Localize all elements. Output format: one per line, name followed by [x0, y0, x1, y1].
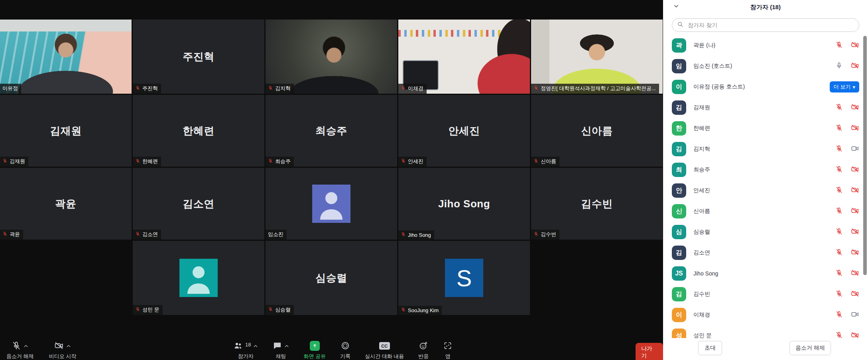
participant-search-box — [672, 18, 859, 32]
cc-icon: CC — [379, 341, 390, 350]
camera-off-icon — [851, 207, 859, 216]
chevron-up-icon[interactable] — [284, 342, 289, 350]
tile-display-name: 안세진 — [398, 95, 530, 167]
video-tile[interactable]: 이유정 — [0, 20, 132, 94]
participant-row[interactable]: 이이유정 (공동 호스트)더 보기▾ — [663, 77, 868, 97]
mic-muted-icon — [835, 165, 843, 175]
more-options-button[interactable]: 더 보기▾ — [830, 81, 859, 92]
mic-muted-icon — [835, 228, 843, 237]
camera-off-icon — [851, 124, 859, 134]
participants-button[interactable]: 18참가자 — [233, 341, 258, 360]
mic-muted-icon — [835, 103, 843, 112]
tile-label-text: 곽윤 — [10, 231, 20, 238]
chat-icon — [272, 341, 282, 352]
video-tile[interactable]: 안세진 안세진 — [398, 95, 530, 167]
video-tile[interactable]: 한혜련 한혜련 — [133, 95, 264, 167]
share-button[interactable]: 화면 공유 — [303, 341, 326, 360]
video-tile[interactable]: 신아름 신아름 — [531, 95, 663, 167]
participant-status — [835, 310, 859, 320]
unmute-button[interactable]: 음소거 해제 — [6, 341, 34, 360]
participant-row[interactable]: 심심승렬 — [663, 222, 868, 242]
chat-button[interactable]: 채팅 — [272, 341, 289, 360]
mic-muted-icon — [835, 269, 843, 278]
video-tile[interactable]: 주진혁 주진혁 — [133, 20, 264, 94]
tile-name-label: 최승주 — [266, 157, 294, 167]
more-options-label: 더 보기 — [834, 83, 851, 90]
search-input[interactable] — [687, 22, 854, 29]
apps-button[interactable]: 앱 — [443, 341, 453, 360]
tile-name-label: 김재원 — [0, 157, 28, 167]
record-button[interactable]: 기록 — [340, 341, 350, 360]
participant-row[interactable]: 안안세진 — [663, 180, 868, 201]
mic-muted-icon — [835, 331, 843, 338]
video-tile[interactable]: 심승렬 심승렬 — [266, 241, 397, 315]
chat-icon-row — [272, 341, 289, 352]
scrollbar-thumb[interactable] — [863, 36, 867, 275]
video-tile[interactable]: 곽윤 곽윤 — [0, 168, 132, 240]
video-tile[interactable]: 김수빈 김수빈 — [531, 168, 663, 240]
tile-display-name: 주진혁 — [133, 20, 264, 94]
chevron-up-icon[interactable] — [24, 342, 28, 350]
participant-row[interactable]: 김김수빈 — [663, 284, 868, 305]
chevron-up-icon[interactable] — [253, 342, 258, 350]
participant-row[interactable]: 김김소연 — [663, 242, 868, 263]
participant-row[interactable]: 신신아름 — [663, 201, 868, 222]
avatar: 곽 — [672, 38, 686, 53]
unmute-request-button[interactable]: 음소거 해제 — [789, 341, 831, 355]
record-icon-row — [341, 341, 350, 352]
cc-button[interactable]: CC실시간 대화 내용 — [365, 341, 404, 360]
tile-name-label: 김수빈 — [531, 230, 559, 240]
chevron-up-icon[interactable] — [66, 342, 71, 350]
invite-button[interactable]: 초대 — [698, 341, 722, 355]
camera-off-icon — [851, 61, 859, 71]
participant-row[interactable]: 김김지혁 — [663, 139, 868, 159]
participant-row[interactable]: 임임소진 (호스트) — [663, 56, 868, 77]
chevron-down-icon: ▾ — [852, 84, 855, 90]
video-tile[interactable]: 임소진 — [266, 168, 397, 240]
video-tile[interactable]: 정영진[ 대학원석사과정재학 / 고고미술사학전공... — [531, 20, 663, 94]
mic-muted-icon — [835, 124, 843, 133]
tile-label-text: 성민 문 — [142, 306, 159, 313]
chat-label: 채팅 — [276, 353, 286, 360]
tile-label-text: 김지혁 — [275, 85, 291, 92]
participant-row[interactable]: 김김재원 — [663, 97, 868, 118]
participant-name: 임소진 (호스트) — [693, 63, 732, 70]
tile-name-label: 곽윤 — [0, 230, 23, 240]
avatar: 이 — [672, 308, 686, 322]
avatar: 김 — [672, 287, 686, 301]
video-tile[interactable]: 김지혁 — [266, 20, 397, 94]
avatar: 이 — [672, 80, 686, 94]
participant-row[interactable]: 곽곽윤 (나) — [663, 35, 868, 56]
participant-row[interactable]: 한한혜련 — [663, 118, 868, 139]
record-icon — [341, 341, 350, 352]
video-tile[interactable]: 김소연 김소연 — [133, 168, 264, 240]
video-tile[interactable]: 성민 문 — [133, 241, 264, 315]
participant-count-badge: 18 — [245, 342, 251, 348]
participant-status — [835, 165, 859, 175]
tile-label-text: 이유정 — [2, 85, 18, 92]
share-label: 화면 공유 — [303, 353, 326, 360]
tile-display-name: 김수빈 — [531, 168, 663, 240]
video-tile[interactable]: S SooJung Kim — [398, 241, 530, 315]
start-video-button[interactable]: 비디오 시작 — [49, 341, 77, 360]
start-video-icon-row — [54, 341, 71, 352]
video-tile[interactable]: Jiho Song Jiho Song — [398, 168, 530, 240]
participant-name: Jiho Song — [693, 270, 718, 277]
mic-muted-icon — [2, 158, 8, 165]
avatar: 김 — [672, 246, 686, 260]
tile-name-label: SooJung Kim — [398, 306, 442, 315]
record-label: 기록 — [340, 353, 350, 360]
avatar: 성 — [672, 329, 686, 338]
participant-row[interactable]: 최최승주 — [663, 159, 868, 180]
video-tile[interactable]: 최승주 최승주 — [266, 95, 397, 167]
video-tile[interactable]: 이채경 — [398, 20, 530, 94]
leave-button[interactable]: 나가기 — [636, 343, 663, 360]
reactions-button[interactable]: 반응 — [418, 341, 429, 360]
person-figure — [266, 20, 397, 94]
video-tile[interactable]: 김재원 김재원 — [0, 95, 132, 167]
participant-row[interactable]: 이이채경 — [663, 305, 868, 325]
participant-row[interactable]: JSJiho Song — [663, 263, 868, 284]
apps-label: 앱 — [445, 353, 451, 360]
participant-row[interactable]: 성성민 문 — [663, 325, 868, 338]
avatar: 한 — [672, 121, 686, 136]
